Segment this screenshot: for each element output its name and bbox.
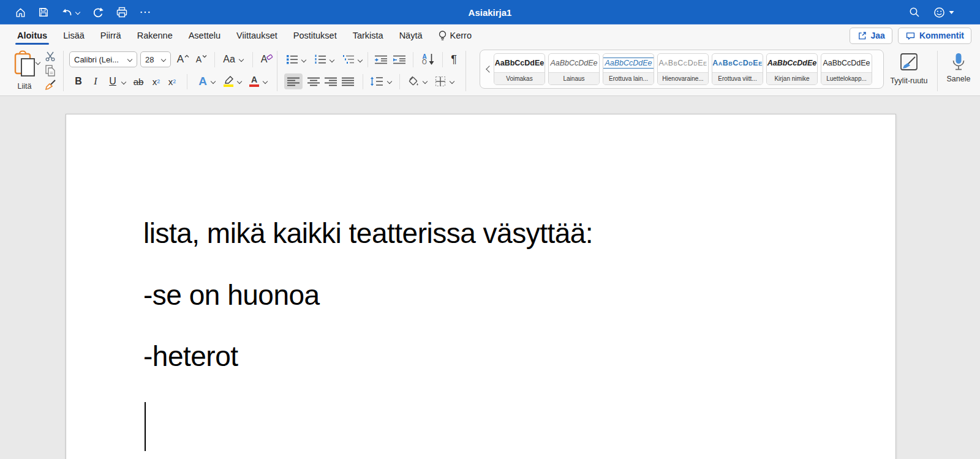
tab-rakenne[interactable]: Rakenne	[129, 24, 181, 47]
paint-bucket-icon	[407, 76, 419, 87]
comments-button[interactable]: Kommentit	[898, 28, 971, 44]
tab-kerro[interactable]: Kerro	[431, 30, 479, 42]
mini-divider	[442, 52, 443, 67]
change-case-button[interactable]: Aa	[221, 51, 246, 67]
shading-button[interactable]	[404, 73, 430, 89]
group-divider	[937, 51, 938, 91]
format-painter-button[interactable]	[43, 78, 58, 92]
group-divider	[63, 51, 64, 91]
align-left-button[interactable]	[284, 73, 303, 89]
lightbulb-icon	[438, 30, 447, 42]
superscript-button[interactable]: x2	[164, 73, 180, 89]
tab-asettelu[interactable]: Asettelu	[181, 24, 228, 47]
multilevel-list-button[interactable]	[341, 51, 356, 67]
more-commands-icon[interactable]	[140, 7, 151, 18]
underline-button[interactable]: U	[105, 73, 120, 89]
justify-button[interactable]	[339, 73, 356, 89]
grow-font-button[interactable]: A	[175, 51, 191, 67]
numbered-list-button[interactable]	[312, 51, 328, 67]
style-erottuva-viittaus[interactable]: AaBbCcDdEe Erottuva viitt...	[712, 53, 763, 85]
text-cursor	[145, 402, 146, 451]
text-effects-button[interactable]: A	[195, 73, 219, 89]
group-divider	[277, 51, 277, 91]
paste-options-chevron-icon[interactable]	[36, 60, 40, 65]
search-icon[interactable]	[908, 6, 921, 18]
paragraph-1[interactable]: lista, mikä kaikki teatterissa väsyttää:	[143, 215, 593, 252]
style-kirjan-nimike[interactable]: AaBbCcDdEe Kirjan nimike	[766, 53, 818, 85]
borders-chevron-icon	[450, 79, 454, 84]
group-divider	[466, 51, 466, 91]
italic-button[interactable]: I	[88, 73, 103, 89]
paragraph-2[interactable]: -se on huonoa	[143, 277, 320, 313]
dictate-button[interactable]: Sanele	[942, 52, 975, 83]
shrink-caret-icon	[202, 54, 207, 58]
font-color-chevron-icon	[263, 79, 268, 84]
style-voimakas[interactable]: AaBbCcDdEe Voimakas	[494, 53, 545, 85]
bullet-list-chevron-icon[interactable]	[301, 58, 306, 62]
cut-button[interactable]	[43, 50, 58, 62]
tab-nayta[interactable]: Näytä	[391, 24, 431, 47]
align-right-icon	[324, 77, 337, 86]
align-right-button[interactable]	[322, 73, 339, 89]
paste-button[interactable]: Liitä	[9, 50, 40, 91]
document-area: lista, mikä kaikki teatterissa väsyttää:…	[0, 96, 980, 459]
style-hienovarainen[interactable]: AaBbCcDdEe Hienovaraine...	[657, 53, 709, 85]
tab-tarkista[interactable]: Tarkista	[345, 24, 391, 47]
document-page[interactable]: lista, mikä kaikki teatterissa väsyttää:…	[66, 114, 896, 459]
tab-lisaa[interactable]: Lisää	[55, 24, 92, 47]
font-color-button[interactable]: A	[246, 73, 271, 89]
undo-options-chevron-icon[interactable]	[75, 10, 80, 15]
bullet-list-icon	[286, 54, 298, 64]
mini-divider	[363, 74, 363, 89]
font-size-select[interactable]: 28	[140, 51, 171, 67]
print-icon[interactable]	[116, 6, 128, 18]
underline-chevron-icon[interactable]	[121, 80, 126, 84]
strikethrough-button[interactable]: ab	[130, 73, 147, 89]
show-paragraph-marks-button[interactable]: ¶	[446, 51, 462, 67]
style-lainaus[interactable]: AaBbCcDdEe Lainaus	[548, 53, 600, 85]
copy-button[interactable]	[43, 64, 58, 77]
highlight-chevron-icon	[237, 79, 242, 84]
sort-az-icon: A Ö	[422, 54, 427, 65]
subscript-button[interactable]: x2	[148, 73, 164, 89]
decrease-indent-icon	[374, 55, 388, 64]
tab-viittaukset[interactable]: Viittaukset	[228, 24, 285, 47]
tab-postitukset[interactable]: Postitukset	[285, 24, 345, 47]
feedback-smiley-icon[interactable]	[933, 6, 954, 19]
styles-pane-button[interactable]: Tyylit-ruutu	[887, 52, 931, 85]
shrink-font-button[interactable]: A	[194, 51, 209, 67]
font-name-select[interactable]: Calibri (Lei...	[69, 51, 137, 67]
microphone-icon	[951, 52, 966, 74]
clear-formatting-button[interactable]: A	[257, 51, 277, 67]
sort-button[interactable]: A Ö	[418, 51, 439, 68]
bullet-list-button[interactable]	[284, 51, 300, 67]
paragraph-3[interactable]: -heterot	[143, 338, 238, 375]
highlight-button[interactable]	[221, 73, 245, 89]
redo-icon[interactable]	[92, 6, 104, 18]
styles-pane-label: Tyylit-ruutu	[890, 76, 927, 85]
tab-piirra[interactable]: Piirrä	[92, 24, 129, 47]
line-spacing-button[interactable]	[368, 73, 394, 89]
save-icon[interactable]	[38, 7, 49, 18]
increase-indent-button[interactable]	[391, 51, 408, 67]
justify-icon	[341, 77, 355, 86]
borders-button[interactable]	[431, 73, 458, 89]
tab-aloitus[interactable]: Aloitus	[9, 24, 55, 47]
increase-indent-icon	[393, 55, 406, 64]
home-icon[interactable]	[15, 7, 26, 18]
shading-chevron-icon	[423, 79, 428, 84]
comments-label: Kommentit	[919, 31, 964, 40]
gallery-previous-button[interactable]	[483, 57, 494, 81]
undo-icon[interactable]	[61, 6, 80, 18]
paste-label: Liitä	[18, 82, 32, 91]
align-center-button[interactable]	[305, 73, 322, 89]
decrease-indent-button[interactable]	[372, 51, 390, 67]
dictate-label: Sanele	[947, 75, 971, 83]
share-button[interactable]: Jaa	[850, 28, 892, 44]
style-luettelokappale[interactable]: AaBbCcDdEe Luettelokapp...	[821, 53, 872, 85]
numbered-list-chevron-icon[interactable]	[330, 58, 334, 62]
bold-button[interactable]: B	[71, 73, 86, 89]
ribbon-tab-row: Aloitus Lisää Piirrä Rakenne Asettelu Vi…	[0, 24, 980, 47]
multilevel-list-chevron-icon[interactable]	[358, 58, 363, 62]
style-erottuva-lainaus[interactable]: AaBbCcDdEe Erottuva lain...	[603, 53, 654, 85]
